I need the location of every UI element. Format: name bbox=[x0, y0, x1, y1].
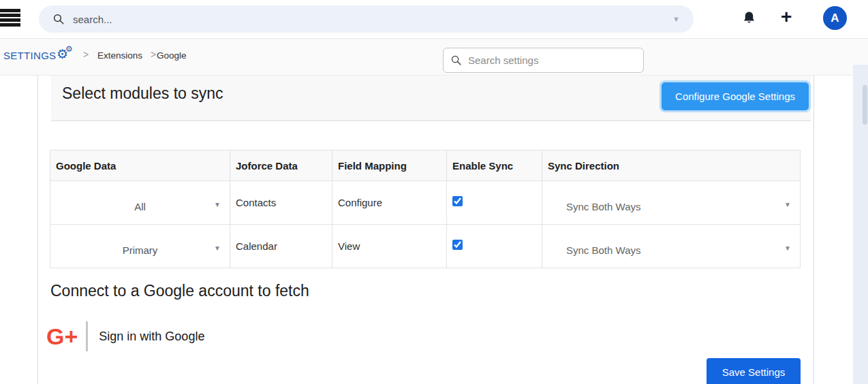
google-signin-button[interactable]: G+ Sign in with Google bbox=[46, 319, 204, 354]
breadcrumb-item-google: Google bbox=[157, 50, 187, 61]
col-header-google-data: Google Data bbox=[50, 150, 230, 181]
joforce-data-cell: Calendar bbox=[230, 225, 332, 268]
field-mapping-link[interactable]: View bbox=[332, 225, 447, 268]
table-header-row: Google Data Joforce Data Field Mapping E… bbox=[50, 150, 801, 181]
settings-search[interactable] bbox=[443, 48, 644, 73]
breadcrumb-settings-link[interactable]: SETTINGS bbox=[3, 50, 56, 61]
table-row: Primary ▼ Calendar View Sync Both Ways ▼ bbox=[50, 225, 801, 268]
caret-down-icon: ▼ bbox=[214, 244, 221, 252]
col-header-joforce-data: Joforce Data bbox=[230, 150, 332, 181]
caret-down-icon: ▼ bbox=[784, 201, 791, 208]
caret-down-icon: ▼ bbox=[214, 201, 221, 208]
col-header-field-mapping: Field Mapping bbox=[332, 150, 447, 181]
divider bbox=[86, 321, 88, 351]
breadcrumb-separator-icon: > bbox=[151, 49, 156, 60]
search-icon bbox=[450, 54, 462, 66]
joforce-data-cell: Contacts bbox=[230, 181, 332, 225]
enable-sync-checkbox[interactable] bbox=[452, 240, 463, 250]
caret-down-icon: ▼ bbox=[784, 244, 791, 252]
google-data-select-value: Primary bbox=[123, 244, 158, 256]
settings-search-input[interactable] bbox=[468, 54, 636, 66]
configure-google-settings-button[interactable]: Configure Google Settings bbox=[662, 82, 809, 110]
user-avatar[interactable]: A bbox=[823, 6, 847, 30]
google-data-select[interactable]: Primary ▼ bbox=[50, 237, 230, 256]
menu-icon[interactable] bbox=[0, 9, 20, 28]
scrollbar-thumb[interactable] bbox=[863, 85, 867, 125]
section-header: Select modules to sync Configure Google … bbox=[51, 76, 811, 121]
save-settings-button[interactable]: Save Settings bbox=[707, 358, 801, 384]
col-header-sync-direction: Sync Direction bbox=[542, 150, 801, 181]
sync-direction-select-value: Sync Both Ways bbox=[566, 244, 640, 256]
signin-label: Sign in with Google bbox=[99, 330, 204, 344]
global-search-input[interactable] bbox=[73, 14, 667, 25]
sync-direction-select[interactable]: Sync Both Ways ▼ bbox=[542, 237, 800, 256]
enable-sync-checkbox[interactable] bbox=[452, 196, 463, 206]
sync-modules-table: Google Data Joforce Data Field Mapping E… bbox=[50, 150, 801, 268]
sync-direction-select-value: Sync Both Ways bbox=[566, 201, 640, 212]
table-row: All ▼ Contacts Configure Sync Both Ways … bbox=[50, 181, 801, 225]
connect-account-title: Connect to a Google account to fetch bbox=[50, 282, 309, 300]
global-search[interactable]: ▼ bbox=[39, 5, 694, 33]
search-icon bbox=[52, 13, 65, 25]
google-data-select-value: All bbox=[134, 201, 146, 212]
google-data-select[interactable]: All ▼ bbox=[50, 193, 230, 212]
breadcrumb-separator-icon: > bbox=[83, 49, 89, 60]
search-scope-caret-icon[interactable]: ▼ bbox=[672, 15, 680, 23]
field-mapping-link[interactable]: Configure bbox=[332, 181, 447, 225]
scrollbar[interactable] bbox=[853, 65, 868, 384]
content-panel: Select modules to sync Configure Google … bbox=[37, 76, 814, 384]
breadcrumb-bar: SETTINGS ⚙ ⚙ > Extensions > Google bbox=[0, 39, 868, 76]
breadcrumb-item-extensions[interactable]: Extensions bbox=[97, 50, 142, 61]
notifications-bell-icon[interactable] bbox=[741, 10, 757, 29]
sync-direction-select[interactable]: Sync Both Ways ▼ bbox=[542, 193, 800, 212]
quick-add-icon[interactable]: + bbox=[781, 5, 792, 29]
settings-gear-icon[interactable]: ⚙ ⚙ bbox=[57, 46, 74, 64]
google-plus-icon: G+ bbox=[46, 325, 78, 348]
col-header-enable-sync: Enable Sync bbox=[447, 150, 542, 181]
top-navigation-bar: ▼ + A bbox=[0, 0, 868, 39]
page-title: Select modules to sync bbox=[62, 84, 223, 103]
